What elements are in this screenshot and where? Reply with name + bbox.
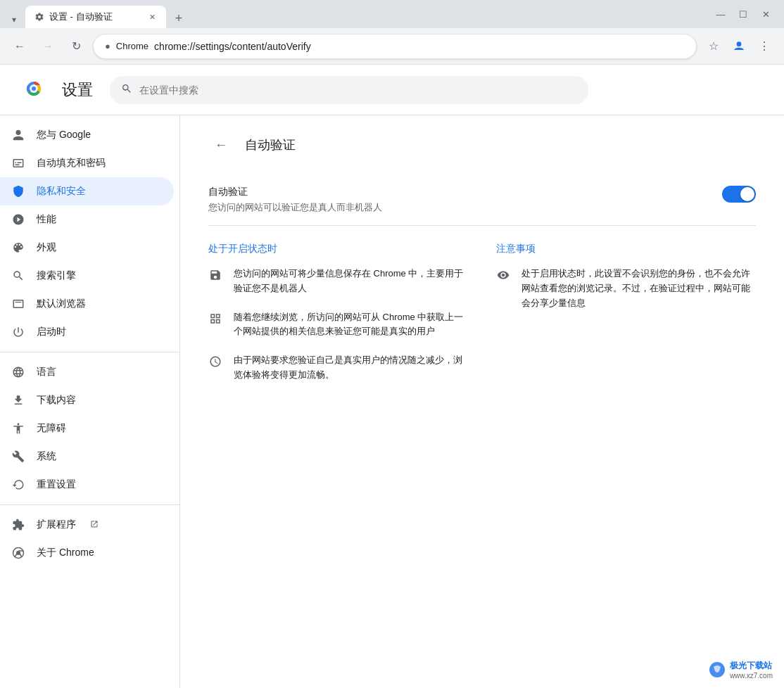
external-link-icon: [90, 520, 99, 530]
badge-icon: [11, 156, 25, 170]
sidebar-label-extensions: 扩展程序: [37, 518, 76, 531]
address-brand: Chrome: [116, 41, 148, 51]
recent-tabs-button[interactable]: ▾: [6, 11, 23, 28]
palette-icon: [11, 241, 25, 255]
sidebar: 您与 Google 自动填充和密码 隐私和安全: [0, 115, 180, 688]
sidebar-label-appearance: 外观: [37, 241, 56, 254]
sidebar-item-accessibility[interactable]: 无障碍: [0, 414, 174, 442]
download-icon: [11, 393, 25, 407]
browser-icon: [11, 297, 25, 311]
settings-title: 设置: [62, 79, 93, 101]
forward-button[interactable]: →: [37, 35, 59, 58]
sidebar-item-about[interactable]: 关于 Chrome: [0, 539, 174, 567]
section-left-title: 处于开启状态时: [208, 243, 468, 255]
sidebar-item-performance[interactable]: 性能: [0, 205, 174, 234]
bookmark-button[interactable]: ☆: [702, 35, 725, 58]
sidebar-label-accessibility: 无障碍: [37, 422, 66, 435]
toggle-track[interactable]: [722, 186, 756, 203]
section-when-enabled: 处于开启状态时 您访问的网站可将少量信息保存在 Chrome 中，主要用于验证您…: [208, 243, 468, 397]
sidebar-item-system[interactable]: 系统: [0, 442, 174, 471]
lock-icon: ●: [105, 41, 110, 51]
sidebar-label-performance: 性能: [37, 213, 56, 226]
watermark-logo: [709, 661, 726, 678]
shield-icon: [11, 184, 25, 198]
sidebar-label-language: 语言: [37, 366, 56, 378]
sidebar-label-reset: 重置设置: [37, 478, 76, 491]
svg-point-5: [32, 87, 36, 91]
toggle-switch[interactable]: [722, 186, 756, 203]
section-notes: 注意事项 处于启用状态时，此设置不会识别您的身份，也不会允许网站查看您的浏览记录…: [496, 243, 756, 397]
menu-button[interactable]: ⋮: [753, 35, 776, 58]
sidebar-item-downloads[interactable]: 下载内容: [0, 386, 174, 414]
toggle-row: 自动验证 您访问的网站可以验证您是真人而非机器人: [208, 174, 756, 226]
info-item-3: 由于网站要求您验证自己是真实用户的情况随之减少，浏览体验将变得更加流畅。: [208, 353, 468, 383]
sidebar-label-about: 关于 Chrome: [37, 547, 94, 559]
svg-line-11: [19, 553, 22, 557]
gauge-icon: [11, 212, 25, 227]
section-right-title: 注意事项: [496, 243, 756, 255]
content-area: ← 自动验证 自动验证 您访问的网站可以验证您是真人而非机器人: [180, 115, 784, 688]
sidebar-label-browser: 默认浏览器: [37, 298, 86, 310]
sidebar-label-google: 您与 Google: [37, 129, 91, 141]
svg-rect-6: [15, 302, 22, 302]
search-input[interactable]: [139, 84, 577, 96]
sidebar-item-appearance[interactable]: 外观: [0, 234, 174, 262]
watermark: 极光下载站 www.xz7.com: [703, 657, 778, 682]
puzzle-icon: [11, 518, 25, 532]
sidebar-item-search[interactable]: 搜索引擎: [0, 262, 174, 290]
sidebar-divider-2: [0, 504, 179, 505]
back-button[interactable]: ←: [8, 35, 31, 58]
sidebar-item-reset[interactable]: 重置设置: [0, 471, 174, 499]
sidebar-label-search: 搜索引擎: [37, 269, 76, 282]
sidebar-divider-1: [0, 352, 179, 352]
page-header: ← 自动验证: [208, 132, 756, 158]
sidebar-label-privacy: 隐私和安全: [37, 185, 86, 198]
info-item-1: 您访问的网站可将少量信息保存在 Chrome 中，主要用于验证您不是机器人: [208, 267, 468, 296]
chrome-circle-icon: [11, 546, 25, 560]
toggle-name: 自动验证: [208, 186, 705, 198]
sidebar-label-downloads: 下载内容: [37, 394, 76, 407]
sidebar-item-extensions[interactable]: 扩展程序: [0, 511, 174, 539]
info-item-3-text: 由于网站要求您验证自己是真实用户的情况随之减少，浏览体验将变得更加流畅。: [234, 353, 468, 383]
new-tab-button[interactable]: +: [169, 8, 189, 28]
power-icon: [11, 325, 25, 339]
person-icon: [11, 128, 25, 142]
address-url: chrome://settings/content/autoVerify: [154, 41, 685, 52]
reload-button[interactable]: ↻: [65, 35, 87, 58]
reset-icon: [11, 478, 25, 492]
watermark-url: www.xz7.com: [730, 672, 773, 680]
sidebar-label-autofill: 自动填充和密码: [37, 157, 106, 170]
search-engine-icon: [11, 269, 25, 283]
sidebar-item-privacy[interactable]: 隐私和安全: [0, 177, 174, 205]
page-title: 自动验证: [245, 136, 296, 153]
info-sections: 处于开启状态时 您访问的网站可将少量信息保存在 Chrome 中，主要用于验证您…: [208, 243, 756, 397]
minimize-button[interactable]: —: [711, 4, 731, 24]
wrench-icon: [11, 450, 25, 464]
maximize-button[interactable]: ☐: [733, 4, 753, 24]
search-bar[interactable]: [110, 76, 588, 104]
active-tab[interactable]: 设置 - 自动验证 ✕: [25, 6, 166, 28]
sidebar-label-system: 系统: [37, 450, 56, 463]
svg-line-10: [15, 553, 18, 557]
toggle-info: 自动验证 您访问的网站可以验证您是真人而非机器人: [208, 186, 705, 214]
sidebar-item-language[interactable]: 语言: [0, 358, 174, 386]
save-icon: [208, 268, 222, 282]
chrome-logo: [23, 77, 45, 102]
info-item-1-text: 您访问的网站可将少量信息保存在 Chrome 中，主要用于验证您不是机器人: [234, 267, 468, 296]
clock-icon: [208, 355, 222, 369]
close-button[interactable]: ✕: [756, 4, 776, 24]
grid-icon: [208, 312, 222, 326]
sidebar-item-autofill[interactable]: 自动填充和密码: [0, 149, 174, 177]
watermark-brand: 极光下载站: [730, 660, 773, 672]
search-icon: [121, 83, 132, 97]
tab-close-button[interactable]: ✕: [146, 11, 158, 23]
tab-settings-icon: [34, 11, 45, 23]
globe-icon: [11, 365, 25, 379]
svg-point-0: [737, 42, 742, 46]
sidebar-item-default-browser[interactable]: 默认浏览器: [0, 290, 174, 318]
sidebar-item-startup[interactable]: 启动时: [0, 318, 174, 346]
profile-button[interactable]: [728, 35, 750, 58]
address-bar[interactable]: ● Chrome chrome://settings/content/autoV…: [93, 34, 697, 59]
sidebar-item-google[interactable]: 您与 Google: [0, 121, 174, 149]
content-back-button[interactable]: ←: [208, 132, 234, 158]
